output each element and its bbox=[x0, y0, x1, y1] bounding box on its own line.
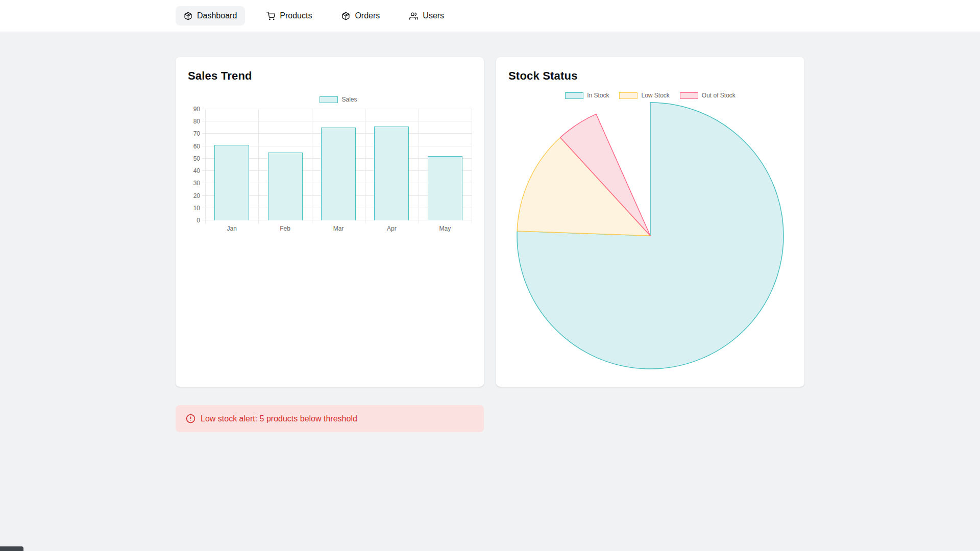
stock-status-title: Stock Status bbox=[508, 69, 792, 83]
users-icon bbox=[409, 12, 418, 20]
bottom-left-artifact bbox=[0, 546, 23, 551]
sales-legend-swatch bbox=[320, 96, 338, 103]
y-tick-label: 0 bbox=[197, 217, 200, 224]
bar-mar bbox=[321, 128, 356, 220]
x-tick-label: May bbox=[419, 225, 472, 232]
vertical-gridline bbox=[312, 109, 312, 223]
top-navbar: Dashboard Products Orders Users bbox=[0, 0, 980, 32]
y-tick-label: 10 bbox=[193, 205, 200, 212]
x-tick-label: Apr bbox=[365, 225, 418, 232]
legend-entry-in-stock: In Stock bbox=[565, 92, 609, 99]
x-tick-label: Feb bbox=[258, 225, 311, 232]
sales-legend-label: Sales bbox=[341, 96, 357, 103]
y-tick-label: 70 bbox=[193, 130, 200, 137]
y-tick-label: 40 bbox=[193, 167, 200, 174]
vertical-gridline bbox=[258, 109, 259, 223]
stock-status-card: Stock Status In StockLow StockOut of Sto… bbox=[496, 57, 804, 387]
alert-text: Low stock alert: 5 products below thresh… bbox=[201, 414, 357, 423]
sales-trend-title: Sales Trend bbox=[188, 69, 472, 83]
horizontal-gridline bbox=[202, 121, 472, 121]
bar-apr bbox=[374, 127, 409, 220]
bar-plot bbox=[205, 109, 472, 220]
y-tick-label: 80 bbox=[193, 118, 200, 125]
nav-item-label: Dashboard bbox=[197, 11, 237, 20]
y-tick-label: 90 bbox=[193, 106, 200, 113]
legend-swatch bbox=[680, 92, 698, 99]
x-tick-label: Jan bbox=[205, 225, 258, 232]
stock-pie-chart bbox=[516, 101, 785, 370]
legend-label: In Stock bbox=[587, 92, 609, 99]
nav-item-products[interactable]: Products bbox=[258, 6, 320, 26]
vertical-gridline bbox=[419, 109, 419, 223]
nav-item-dashboard[interactable]: Dashboard bbox=[176, 6, 245, 26]
pie-chart-wrap bbox=[508, 101, 792, 370]
alert-circle-icon bbox=[186, 414, 195, 423]
nav-item-label: Users bbox=[423, 11, 444, 20]
vertical-gridline bbox=[472, 109, 472, 223]
sales-trend-card: Sales Trend Sales 0102030405060708090 Ja… bbox=[176, 57, 484, 387]
package-icon bbox=[341, 12, 350, 20]
vertical-gridline bbox=[205, 109, 206, 223]
bar-chart-area: 0102030405060708090 bbox=[188, 109, 472, 220]
package-icon bbox=[184, 12, 192, 20]
legend-entry-out-of-stock: Out of Stock bbox=[680, 92, 736, 99]
sales-bar-chart: Sales 0102030405060708090 JanFebMarAprMa… bbox=[188, 96, 472, 232]
bar-feb bbox=[268, 153, 303, 220]
nav-item-orders[interactable]: Orders bbox=[333, 6, 388, 26]
legend-label: Out of Stock bbox=[702, 92, 736, 99]
bar-may bbox=[428, 156, 462, 220]
y-tick-label: 20 bbox=[193, 192, 200, 199]
bar-y-axis: 0102030405060708090 bbox=[188, 109, 205, 220]
y-tick-label: 60 bbox=[193, 143, 200, 150]
y-tick-label: 50 bbox=[193, 155, 200, 162]
pie-chart-legend: In StockLow StockOut of Stock bbox=[508, 92, 792, 99]
cards-row: Sales Trend Sales 0102030405060708090 Ja… bbox=[176, 57, 804, 387]
low-stock-alert-banner: Low stock alert: 5 products below thresh… bbox=[176, 405, 484, 432]
bar-chart-legend: Sales bbox=[205, 96, 472, 103]
nav-item-users[interactable]: Users bbox=[401, 6, 452, 26]
legend-swatch bbox=[565, 92, 583, 99]
legend-label: Low Stock bbox=[641, 92, 669, 99]
nav-item-label: Products bbox=[280, 11, 312, 20]
x-tick-label: Mar bbox=[312, 225, 365, 232]
nav-item-label: Orders bbox=[355, 11, 380, 20]
legend-swatch bbox=[619, 92, 638, 99]
legend-entry-low-stock: Low Stock bbox=[619, 92, 669, 99]
y-tick-label: 30 bbox=[193, 180, 200, 187]
bar-jan bbox=[214, 145, 249, 220]
nav-items-container: Dashboard Products Orders Users bbox=[176, 0, 804, 32]
vertical-gridline bbox=[365, 109, 365, 223]
shopping-cart-icon bbox=[266, 12, 275, 20]
horizontal-gridline bbox=[202, 109, 472, 109]
main-content: Sales Trend Sales 0102030405060708090 Ja… bbox=[176, 32, 804, 432]
bar-x-axis: JanFebMarAprMay bbox=[205, 225, 472, 232]
